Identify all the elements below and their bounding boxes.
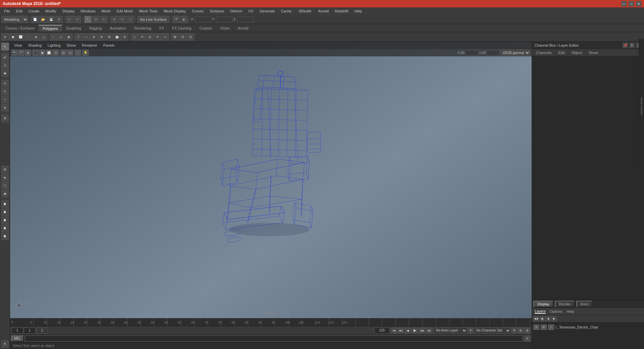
uv-unfold-icon[interactable]: ⊟: [179, 33, 186, 41]
vp-xray-btn[interactable]: ◎: [67, 50, 73, 56]
weld-icon[interactable]: ⊛: [121, 33, 128, 41]
rotate-left-button[interactable]: ↻: [1, 88, 9, 95]
autokey-button[interactable]: ⊕: [518, 328, 524, 334]
maximize-button[interactable]: □: [629, 1, 634, 6]
import-button[interactable]: ⬇: [55, 16, 63, 23]
play-forward-button[interactable]: ▶: [411, 328, 419, 334]
sphere-icon[interactable]: ◉: [65, 33, 72, 41]
soft-select-button[interactable]: ◉: [1, 69, 9, 77]
goto-end-button[interactable]: ⏭: [426, 328, 432, 334]
minimize-button[interactable]: —: [621, 1, 627, 6]
menu-edit-mesh[interactable]: Edit Mesh: [114, 8, 136, 14]
char-set-select[interactable]: No Character Set: [474, 328, 511, 334]
mel-input[interactable]: [25, 336, 523, 342]
select-mode-button[interactable]: ↖: [1, 43, 9, 50]
move-tool[interactable]: ✛: [111, 16, 118, 23]
lasso-tool[interactable]: ⊡: [92, 16, 100, 23]
move-left-button[interactable]: ✛: [1, 80, 9, 87]
mel-mode-button[interactable]: MEL: [11, 336, 24, 342]
vp-menu-view[interactable]: View: [11, 43, 25, 48]
dynamics-left-button[interactable]: ◉: [1, 190, 9, 197]
layer-icon[interactable]: /: [548, 325, 554, 330]
dr-tab-anim[interactable]: Anim: [576, 301, 593, 307]
close-button[interactable]: ✕: [636, 1, 641, 6]
menu-mesh-tools[interactable]: Mesh Tools: [137, 8, 160, 14]
x-input[interactable]: [195, 16, 212, 22]
vp-film-button[interactable]: 🎬: [18, 50, 24, 56]
mode-dropdown[interactable]: Modeling Rigging Animation: [1, 16, 28, 23]
layer-ctrl-2[interactable]: ◀|: [539, 316, 545, 321]
channel-box-pin-button[interactable]: 📌: [623, 43, 628, 48]
merge-icon[interactable]: ⊕: [90, 33, 98, 41]
menu-curves[interactable]: Curves: [189, 8, 206, 14]
wedge-icon[interactable]: ⋄: [162, 33, 169, 41]
uv-layout-icon[interactable]: ⊠: [171, 33, 179, 41]
vp-grid-button[interactable]: ⊞: [25, 50, 31, 56]
fill-icon[interactable]: ⬤: [113, 33, 121, 41]
ring-icon[interactable]: ◎: [146, 33, 154, 41]
shelf-4-button[interactable]: 📋: [1, 225, 9, 232]
redo-button[interactable]: ↪: [74, 16, 81, 23]
layer-vis-v[interactable]: V: [533, 325, 539, 330]
dr-tab-render[interactable]: Render: [555, 301, 575, 307]
cube-icon[interactable]: ⬡: [57, 33, 65, 41]
gamma-dropdown[interactable]: sRGB gamma: [500, 50, 530, 56]
script-clear-button[interactable]: ✕: [524, 336, 530, 342]
shelf-5-button[interactable]: 📋: [1, 233, 9, 240]
new-file-button[interactable]: 📄: [31, 16, 39, 23]
menu-windows[interactable]: Windows: [78, 8, 98, 14]
dr-tab-display[interactable]: Display: [533, 301, 553, 307]
menu-deform[interactable]: Deform: [227, 8, 245, 14]
menu-cache[interactable]: Cache: [278, 8, 294, 14]
timeline-track[interactable]: 5 10 15 20 25 30 35 40 45 50 55 60 65 70: [20, 318, 532, 326]
channel-box-expand-button[interactable]: ▼: [629, 43, 635, 48]
select-tool[interactable]: ↖: [84, 16, 92, 23]
char-set-down-button[interactable]: ▼: [512, 328, 517, 334]
menu-redshift[interactable]: Redshift: [332, 8, 351, 14]
connect-icon[interactable]: ⊞: [106, 33, 113, 41]
play-back-button[interactable]: ◀: [405, 328, 411, 334]
vp-menu-renderer[interactable]: Renderer: [79, 43, 100, 48]
menu-generate[interactable]: Generate: [257, 8, 278, 14]
anim-left-button[interactable]: ◈: [1, 174, 9, 181]
layer-ctrl-1[interactable]: ◀◀: [533, 316, 539, 321]
tab-sculpting[interactable]: Sculpting: [62, 25, 85, 31]
paint-tool[interactable]: ✏: [100, 16, 108, 23]
vp-shade-btn3[interactable]: ⬜: [46, 50, 52, 56]
frame-display-input[interactable]: [36, 328, 48, 334]
menu-modify[interactable]: Modify: [43, 8, 59, 14]
tab-fx[interactable]: FX: [155, 25, 168, 31]
viewport-main[interactable]: View Shading Lighting Show Renderer Pane…: [10, 42, 532, 318]
bevel-icon[interactable]: ◇: [131, 33, 138, 41]
grid-button[interactable]: ⊞: [1, 166, 9, 173]
vp-shade-btn4[interactable]: ⊡: [53, 50, 59, 56]
crease-icon[interactable]: △: [40, 33, 47, 41]
shelf-2-button[interactable]: 📋: [1, 208, 9, 216]
frame-start-input[interactable]: [11, 328, 23, 334]
menu-edit[interactable]: Edit: [13, 8, 25, 14]
vp-menu-lighting[interactable]: Lighting: [45, 43, 63, 48]
menu-display[interactable]: Display: [60, 8, 77, 14]
smooth-shade-icon[interactable]: ●: [1, 33, 9, 41]
vp-val1-input[interactable]: [465, 50, 479, 55]
layer-tab-help[interactable]: Help: [567, 309, 574, 313]
tab-arnold[interactable]: Arnold: [234, 25, 253, 31]
paint-select-button[interactable]: 🖌: [1, 53, 9, 61]
ch-tab-object[interactable]: Object: [570, 50, 583, 55]
ch-tab-show[interactable]: Show: [587, 50, 599, 55]
layer-tab-layers[interactable]: Layers: [535, 309, 546, 314]
vp-lights-btn[interactable]: 💡: [83, 50, 89, 56]
layer-vis-p[interactable]: P: [541, 325, 547, 330]
render-left-button[interactable]: ⬡: [1, 182, 9, 189]
menu-help[interactable]: Help: [352, 8, 365, 14]
menu-mesh-display[interactable]: Mesh Display: [161, 8, 189, 14]
subdiv-icon[interactable]: ◈: [32, 33, 40, 41]
tab-polygons[interactable]: Polygons: [39, 25, 62, 32]
open-file-button[interactable]: 📂: [39, 16, 47, 23]
circle-icon[interactable]: ○: [50, 33, 57, 41]
tab-custom[interactable]: Custom: [196, 25, 216, 31]
save-file-button[interactable]: 💾: [47, 16, 55, 23]
tab-animation[interactable]: Animation: [106, 25, 130, 31]
menu-uv[interactable]: UV: [246, 8, 256, 14]
vp-menu-shading[interactable]: Shading: [25, 43, 44, 48]
